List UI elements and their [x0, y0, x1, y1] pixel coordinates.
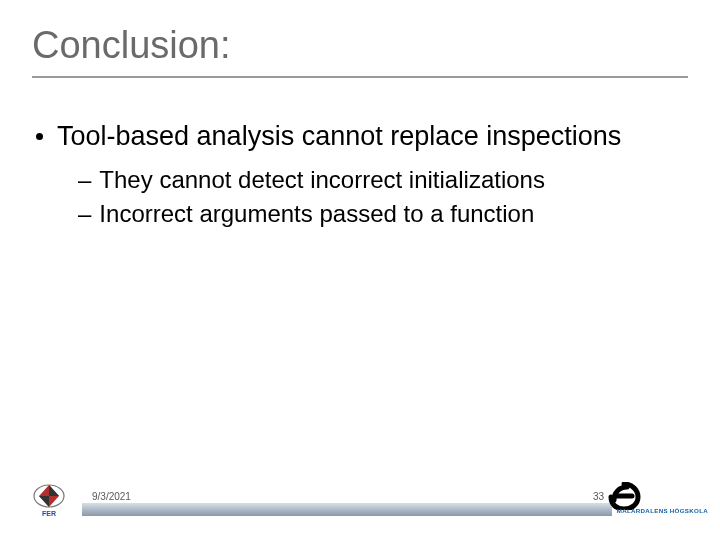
dash-icon: – — [78, 165, 91, 195]
footer-bar — [82, 503, 612, 516]
footer-date: 9/3/2021 — [92, 491, 131, 502]
title-underline — [32, 76, 688, 78]
dash-icon: – — [78, 199, 91, 229]
bullet-item: Tool-based analysis cannot replace inspe… — [36, 120, 686, 153]
svg-text:FER: FER — [42, 510, 56, 517]
bullet-text: Tool-based analysis cannot replace inspe… — [57, 120, 621, 153]
sub-bullet-item: – Incorrect arguments passed to a functi… — [78, 199, 686, 229]
slide-title: Conclusion: — [32, 24, 231, 67]
mdh-logo-text: MÄLARDALENS HÖGSKOLA — [617, 507, 708, 514]
footer-page-number: 33 — [593, 491, 604, 502]
slide: Conclusion: Tool-based analysis cannot r… — [0, 0, 720, 540]
bullet-dot-icon — [36, 133, 43, 140]
slide-body: Tool-based analysis cannot replace inspe… — [36, 120, 686, 233]
slide-footer: FER 9/3/2021 33 MÄLARDALENS HÖGSKOLA — [0, 476, 720, 516]
sub-bullet-text: Incorrect arguments passed to a function — [99, 199, 534, 229]
sub-bullet-item: – They cannot detect incorrect initializ… — [78, 165, 686, 195]
fer-logo-icon: FER — [24, 478, 74, 518]
sub-bullet-list: – They cannot detect incorrect initializ… — [78, 165, 686, 229]
sub-bullet-text: They cannot detect incorrect initializat… — [99, 165, 545, 195]
mdh-logo-icon — [606, 482, 706, 510]
